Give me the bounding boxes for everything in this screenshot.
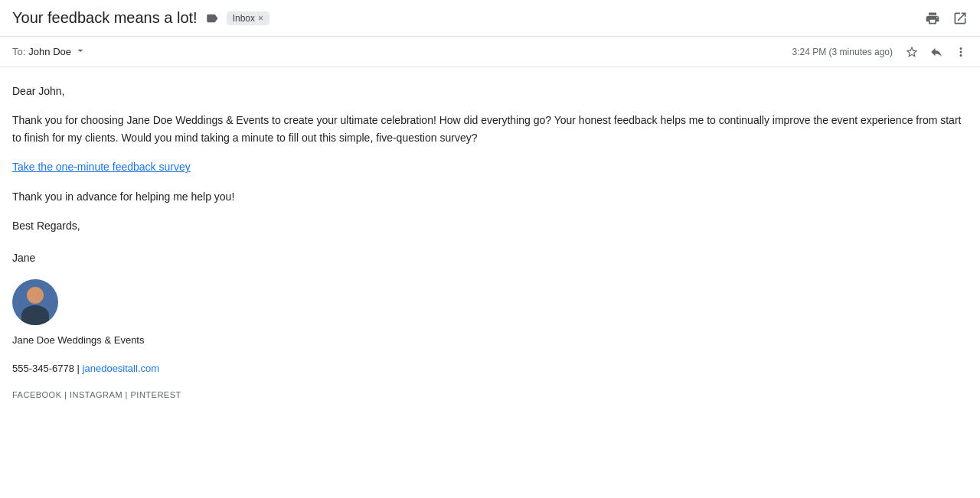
- print-button[interactable]: [925, 11, 940, 26]
- avatar-head: [27, 287, 44, 304]
- recipient-right: 3:24 PM (3 minutes ago): [792, 45, 968, 59]
- open-new-button[interactable]: [952, 11, 968, 26]
- social-links: FACEBOOK | INSTAGRAM | PINTEREST: [12, 389, 968, 402]
- to-label: To:: [12, 46, 25, 57]
- signature-company: Jane Doe Weddings & Events: [12, 333, 968, 349]
- recipient-row: To: John Doe 3:24 PM (3 minutes ago): [0, 37, 980, 67]
- label-icon: [205, 11, 219, 25]
- signature-separator: |: [77, 363, 83, 374]
- email-timestamp: 3:24 PM (3 minutes ago): [792, 47, 893, 57]
- inbox-label: Inbox: [233, 13, 255, 24]
- recipient-name: John Doe: [28, 46, 71, 57]
- inbox-close-button[interactable]: ×: [258, 13, 263, 24]
- signature-website[interactable]: janedoesitall.com: [83, 363, 159, 374]
- star-button[interactable]: [905, 45, 919, 59]
- recipient-actions: [905, 45, 968, 59]
- email-greeting: Dear John,: [12, 83, 968, 99]
- survey-link[interactable]: Take the one-minute feedback survey: [12, 161, 191, 173]
- avatar-person: [12, 279, 58, 325]
- avatar-body: [21, 305, 49, 325]
- signature-contact: 555-345-6778 | janedoesitall.com: [12, 361, 968, 377]
- email-paragraph2: Thank you in advance for helping me help…: [12, 188, 968, 205]
- email-header: Your feedback means a lot! Inbox ×: [0, 0, 980, 37]
- inbox-badge[interactable]: Inbox ×: [227, 11, 270, 25]
- more-options-button[interactable]: [954, 45, 968, 59]
- header-left: Your feedback means a lot! Inbox ×: [12, 9, 270, 27]
- recipient-dropdown-button[interactable]: [74, 44, 87, 59]
- reply-button[interactable]: [929, 45, 943, 59]
- recipient-left: To: John Doe: [12, 44, 87, 59]
- header-right: [925, 11, 968, 26]
- email-subject: Your feedback means a lot!: [12, 9, 198, 27]
- avatar: [12, 279, 58, 325]
- email-body: Dear John, Thank you for choosing Jane D…: [0, 67, 980, 430]
- signature-phone: 555-345-6778: [12, 363, 74, 374]
- signature-name: Jane: [12, 249, 968, 266]
- email-closing: Best Regards,: [12, 217, 968, 234]
- survey-link-paragraph: Take the one-minute feedback survey: [12, 158, 968, 175]
- email-paragraph1: Thank you for choosing Jane Doe Weddings…: [12, 112, 968, 146]
- signature: Jane Jane Doe Weddings & Events 555-345-…: [12, 249, 968, 402]
